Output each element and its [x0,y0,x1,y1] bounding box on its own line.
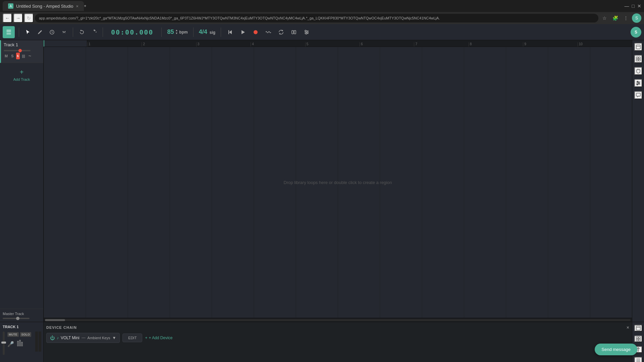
extensions-icon[interactable]: 🧩 [610,13,620,23]
device-expand-icon[interactable]: ▼ [112,336,116,340]
new-tab-button[interactable]: + [84,4,86,8]
sidebar-chat-button[interactable] [634,91,642,99]
h-scrollbar[interactable] [44,318,632,322]
fader-track[interactable] [3,331,5,355]
bpm-control[interactable]: 85 ▲ ▼ bpm [166,28,189,36]
wave-button[interactable]: ~ [28,53,32,59]
undo-button[interactable] [77,27,87,37]
main-area: Track 1 M S $ ||| ~ + Add Track [0,40,644,322]
wave-icon [266,30,271,34]
cut-tool[interactable] [59,27,69,37]
meter-right [39,331,41,352]
device-edit-button[interactable]: EDIT [122,334,142,342]
user-avatar[interactable]: S [631,27,641,38]
master-volume-knob [16,317,19,320]
device-item-volt[interactable]: ⏻ ♪ VOLT Mini ⋯ Ambient Keys ▼ [46,333,120,343]
reload-button[interactable]: ↻ [24,13,34,23]
sidebar-browser-button[interactable] [634,43,642,51]
bottom-solo-button[interactable]: SOLO [20,332,32,337]
quantize-button[interactable] [289,27,299,37]
sidebar-grid-button[interactable] [634,55,642,63]
time-sig-unit: sig [210,30,215,35]
volume-slider[interactable] [4,50,31,51]
draw-tool[interactable] [35,27,45,37]
settings-icon[interactable]: ⋮ [621,13,631,23]
grid-icon [636,56,641,62]
bottom-sidebar-icon-2 [636,336,641,342]
master-volume[interactable] [3,318,41,319]
transport-play-button[interactable] [238,27,248,37]
master-track-name: Master Track [3,312,41,316]
ruler-mark-4: 4 [251,42,305,47]
add-device-button[interactable]: + + Add Device [145,336,172,340]
bookmark-icon[interactable]: ☆ [600,13,609,23]
level-meters [35,331,41,352]
separator-6 [221,27,221,37]
close-tab-button[interactable]: × [76,4,79,9]
fx-button[interactable]: $ [16,53,20,59]
bpm-arrows[interactable]: ▲ ▼ [175,29,178,35]
select-icon [25,29,31,35]
app: ☰ [0,24,644,362]
separator-1 [19,27,19,37]
forward-button[interactable]: → [13,13,23,23]
device-chain: DEVICE CHAIN × ⏻ ♪ VOLT Mini ⋯ Ambient K… [44,322,632,362]
add-track-button[interactable]: + Add Track [0,63,43,87]
device-name: VOLT Mini [61,336,79,340]
address-bar[interactable]: app.ampedstudio.com/?_gl=1*zkt20c*_ga*MT… [35,14,598,22]
arrange-tracks: Drop library loops here or double click … [44,47,632,318]
transport-record-button[interactable] [251,27,261,37]
select-tool[interactable] [23,27,33,37]
mix-button[interactable] [302,27,312,37]
toolbar: ☰ [0,24,644,40]
svg-rect-8 [636,57,638,59]
active-tab[interactable]: A Untitled Song - Amped Studio × [3,1,84,11]
clock-tool[interactable] [47,27,57,37]
bottom-mute-button[interactable]: MUTE [7,332,19,337]
redo-icon [91,29,97,35]
svg-rect-21 [639,337,640,339]
eq-icon[interactable] [17,340,23,348]
transport-wave-button[interactable] [263,27,273,37]
bottom-track-name: TRACK 1 [3,325,41,329]
device-chain-close-button[interactable]: × [627,325,629,330]
track-1-lane[interactable]: Drop library loops here or double click … [44,47,632,318]
mic-icon[interactable]: 🎤 [7,341,14,348]
time-sig-display[interactable]: 4/4 sig [198,28,217,36]
bpm-down-arrow[interactable]: ▼ [175,32,178,35]
back-button[interactable]: ← [3,13,12,23]
profile-avatar[interactable]: S [632,13,641,23]
transport-start-button[interactable] [225,27,235,37]
bottom-sidebar-btn-2[interactable] [634,336,642,342]
tab-bar: A Untitled Song - Amped Studio × + — □ ✕ [0,0,644,12]
menu-button[interactable]: ☰ [3,26,15,38]
loop-button[interactable] [276,27,286,37]
track-1-name: Track 1 [4,42,41,47]
device-chain-title: DEVICE CHAIN [46,325,77,329]
track-lane-row[interactable]: Drop library loops here or double click … [44,47,632,318]
master-volume-slider[interactable] [3,318,30,319]
ruler-offset [44,40,87,47]
svg-rect-23 [639,339,640,341]
sidebar-mixer-button[interactable] [634,79,642,87]
svg-rect-17 [19,340,20,346]
maximize-button[interactable]: □ [632,3,635,9]
sidebar-instrument-button[interactable] [634,67,642,75]
redo-button[interactable] [89,27,99,37]
solo-button[interactable]: S [10,53,14,59]
bottom-sidebar-btn-4[interactable] [634,357,642,362]
mute-button[interactable]: M [4,53,9,59]
send-message-button[interactable]: Send message [595,344,637,355]
svg-rect-15 [636,93,640,96]
bottom-sidebar-btn-1[interactable] [634,325,642,331]
svg-point-13 [638,82,640,84]
close-window-button[interactable]: ✕ [637,3,641,9]
minimize-button[interactable]: — [625,3,629,9]
svg-rect-10 [636,59,638,61]
scrollbar-thumb[interactable] [45,319,65,321]
svg-point-14 [637,84,638,85]
undo-icon [79,29,85,35]
device-power-icon[interactable]: ⏻ [50,335,55,341]
eq-button[interactable]: ||| [21,53,26,59]
svg-rect-22 [636,339,638,341]
